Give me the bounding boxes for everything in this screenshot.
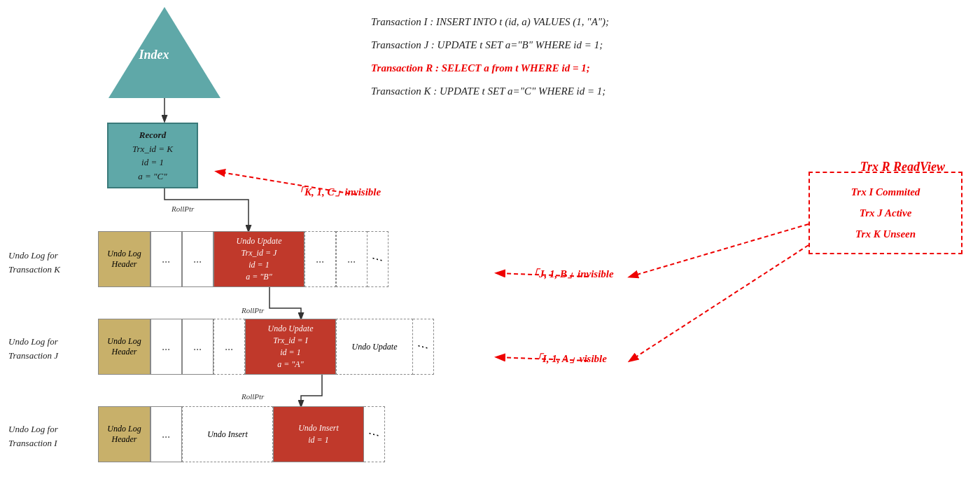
rollptr3-label: RollPtr — [241, 392, 264, 401]
record-trxid: Trx_id = K — [114, 142, 191, 156]
undo-k-ellipsis: ⋮ — [368, 231, 388, 287]
undo-k-header: Undo Log Header — [98, 231, 150, 287]
undo-i-dots1: ... — [150, 406, 182, 462]
undo-j-header: Undo Log Header — [98, 319, 150, 375]
undo-i-insert: Undo Insert — [182, 406, 273, 462]
record-title: Record — [114, 128, 191, 142]
undo-j-dots1: ... — [150, 319, 182, 375]
undo-j-dots2: ... — [182, 319, 214, 375]
label-invisible-j: 「J, 1, B」invisible — [528, 268, 614, 281]
readview-line2: Trx J Active — [821, 202, 950, 223]
sql-text-area: Transaction I : INSERT INTO t (id, a) VA… — [371, 11, 609, 103]
readview-line1: Trx I Commited — [821, 181, 950, 202]
sql-tx-j: Transaction J : UPDATE t SET a="B" WHERE… — [371, 34, 609, 57]
undo-j-ellipsis: ⋮ — [413, 319, 434, 375]
record-id: id = 1 — [114, 155, 191, 170]
undo-k-dots4: ... — [336, 231, 368, 287]
readview-box: Trx I Commited Trx J Active Trx K Unseen — [808, 172, 962, 254]
undo-j-update2: Undo Update — [336, 319, 413, 375]
undo-j-dots3: ... — [214, 319, 245, 375]
undo-i-row-label: Undo Log for Transaction I — [8, 422, 58, 450]
undo-k-dots3: ... — [304, 231, 336, 287]
label-visible-i: 「I, 1, A」visible — [532, 352, 607, 366]
record-box: Record Trx_id = K id = 1 a = "C" — [107, 123, 198, 188]
index-label: Index — [136, 48, 172, 62]
undo-i-row: Undo Log Header ... Undo Insert Undo Ins… — [98, 406, 385, 462]
label-invisible-k: 「K, 1, C」invisible — [294, 186, 381, 199]
undo-i-insert2: Undo Insert id = 1 — [273, 406, 364, 462]
sql-tx-k: Transaction K : UPDATE t SET a="C" WHERE… — [371, 80, 609, 103]
undo-k-dots2: ... — [182, 231, 214, 287]
rollptr1-label: RollPtr — [172, 205, 194, 213]
undo-k-row: Undo Log Header ... ... Undo Update Trx_… — [98, 231, 388, 287]
record-a: a = "C" — [114, 170, 191, 184]
undo-k-row-label: Undo Log for Transaction K — [8, 249, 60, 276]
undo-i-ellipsis: ⋮ — [364, 406, 385, 462]
rollptr2-label: RollPtr — [241, 306, 264, 314]
undo-k-dots1: ... — [150, 231, 182, 287]
readview-line3: Trx K Unseen — [821, 223, 950, 244]
undo-j-row-label: Undo Log for Transaction J — [8, 335, 58, 362]
undo-j-update: Undo Update Trx_id = I id = 1 a = "A" — [245, 319, 336, 375]
undo-i-header: Undo Log Header — [98, 406, 150, 462]
undo-k-update: Undo Update Trx_id = J id = 1 a = "B" — [214, 231, 304, 287]
undo-j-row: Undo Log Header ... ... ... Undo Update … — [98, 319, 434, 375]
sql-tx-i: Transaction I : INSERT INTO t (id, a) VA… — [371, 11, 609, 34]
diagram: Index Record Trx_id = K id = 1 a = "C" R… — [0, 0, 980, 498]
sql-tx-r: Transaction R : SELECT a from t WHERE id… — [371, 57, 609, 80]
